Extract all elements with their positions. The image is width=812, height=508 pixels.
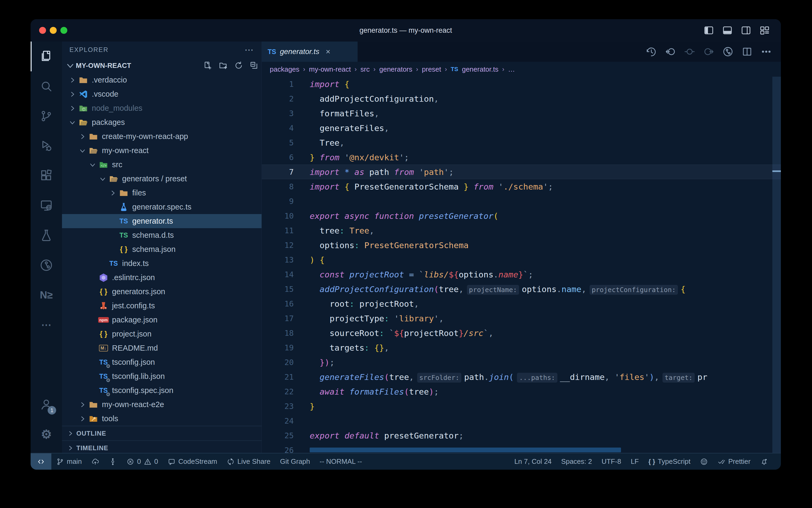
tree-item-.verdaccio[interactable]: .verdaccio xyxy=(62,73,261,87)
activity-testing-beaker[interactable] xyxy=(31,220,62,250)
activity-account[interactable]: 1 xyxy=(31,389,62,419)
close-window-button[interactable] xyxy=(39,27,46,34)
history-icon[interactable] xyxy=(646,46,657,57)
status-spaces-2[interactable]: Spaces: 2 xyxy=(556,454,597,470)
activity-run-debug[interactable] xyxy=(31,131,62,161)
tree-item-schema.d.ts[interactable]: TSschema.d.ts xyxy=(62,228,261,242)
code-editor[interactable]: 1import {2 addProjectConfiguration,3 for… xyxy=(262,77,781,453)
status-0[interactable]: 00 xyxy=(122,454,163,470)
close-tab-icon[interactable]: × xyxy=(326,47,330,56)
status-normal[interactable]: -- NORMAL -- xyxy=(315,454,367,470)
split-editor-icon[interactable] xyxy=(742,46,753,57)
status-lf[interactable]: LF xyxy=(626,454,643,470)
minimize-window-button[interactable] xyxy=(50,27,57,34)
breadcrumb-file[interactable]: generator.ts xyxy=(462,65,498,74)
status-live-share[interactable]: Live Share xyxy=(222,454,275,470)
new-folder-icon[interactable] xyxy=(219,61,228,70)
status-codestream[interactable]: CodeStream xyxy=(163,454,222,470)
status-utf-8[interactable]: UTF-8 xyxy=(597,454,626,470)
horizontal-scrollbar[interactable] xyxy=(310,448,621,452)
project-root-row[interactable]: MY-OWN-REACT xyxy=(62,58,261,73)
activity-remote-explorer[interactable] xyxy=(31,190,62,220)
activity-files[interactable] xyxy=(31,42,62,71)
line-number: 25 xyxy=(262,431,294,440)
status-remote-indicator[interactable] xyxy=(31,454,51,470)
tree-item-tsconfig.lib.json[interactable]: TS⚙tsconfig.lib.json xyxy=(62,369,261,383)
tree-item-tsconfig.json[interactable]: TS⚙tsconfig.json xyxy=(62,355,261,369)
outline-section[interactable]: OUTLINE xyxy=(62,426,261,440)
project-root-label: MY-OWN-REACT xyxy=(76,61,131,70)
breadcrumb-item[interactable]: preset xyxy=(422,65,441,74)
inlay-hint: ...paths: xyxy=(517,373,557,383)
status-prettier[interactable]: Prettier xyxy=(713,454,755,470)
tree-item-.eslintrc.json[interactable]: .eslintrc.json xyxy=(62,270,261,285)
tree-item-jest.config.ts[interactable]: jest.config.ts xyxy=(62,299,261,313)
nav-back-icon[interactable] xyxy=(665,46,676,57)
activity-search[interactable] xyxy=(31,71,62,101)
tree-item-generators-preset[interactable]: generators / preset xyxy=(62,172,261,186)
timeline-section[interactable]: TIMELINE xyxy=(62,440,261,453)
status-label: Spaces: 2 xyxy=(561,457,592,466)
nav-forward-icon[interactable] xyxy=(703,46,714,57)
tree-item-files[interactable]: files xyxy=(62,186,261,200)
tree-item-readme.md[interactable]: M↓README.md xyxy=(62,341,261,355)
vertical-scrollbar[interactable] xyxy=(772,77,781,453)
tree-item-schema.json[interactable]: { }schema.json xyxy=(62,242,261,256)
src-folder-icon: </> xyxy=(98,160,109,170)
activity-gitlens[interactable] xyxy=(31,250,62,280)
tree-item-package.json[interactable]: npmpackage.json xyxy=(62,313,261,327)
tree-item-generator.ts[interactable]: TSgenerator.ts xyxy=(62,214,261,228)
activity-nx-console[interactable]: N≥ xyxy=(31,280,62,310)
zoom-window-button[interactable] xyxy=(60,27,67,34)
breadcrumb-item[interactable]: packages xyxy=(270,65,299,74)
activity-settings-gear[interactable]: ⚙ xyxy=(31,419,62,449)
refresh-icon[interactable] xyxy=(234,61,243,70)
collapse-all-icon[interactable] xyxy=(249,61,259,70)
tree-item-my-own-react-e2e[interactable]: my-own-react-e2e xyxy=(62,397,261,412)
layout-panel-bottom-icon[interactable] xyxy=(722,25,733,36)
breadcrumb-item[interactable]: generators xyxy=(379,65,412,74)
activity-source-control[interactable] xyxy=(31,101,62,131)
layout-sidebar-right-icon[interactable] xyxy=(741,25,752,36)
layout-grid-icon[interactable] xyxy=(759,25,770,36)
status-bell-dot[interactable] xyxy=(755,454,773,470)
status-cloud-upload[interactable] xyxy=(87,454,104,470)
tab-generator-ts[interactable]: TS generator.ts × xyxy=(262,42,357,62)
tree-item-.vscode[interactable]: .vscode xyxy=(62,87,261,101)
tree-item-tools[interactable]: tools xyxy=(62,412,261,426)
line-number: 8 xyxy=(262,182,294,191)
tree-item-label: project.json xyxy=(112,330,151,338)
status-typescript[interactable]: { }TypeScript xyxy=(643,454,695,470)
tree-item-generators.json[interactable]: { }generators.json xyxy=(62,285,261,299)
tree-item-node-modules[interactable]: JSnode_modules xyxy=(62,101,261,115)
tree-item-tsconfig.spec.json[interactable]: TS⚙tsconfig.spec.json xyxy=(62,383,261,397)
breadcrumb-item[interactable]: src xyxy=(361,65,370,74)
tree-item-label: tsconfig.spec.json xyxy=(112,386,174,395)
ts-green-icon: TS xyxy=(118,230,130,241)
nav-dot-icon[interactable] xyxy=(684,46,695,57)
code-text: export async function presetGenerator( xyxy=(294,211,498,221)
status-main[interactable]: main xyxy=(51,454,87,470)
source-control-circle-icon[interactable] xyxy=(722,46,733,57)
activity-more-views[interactable]: ⋯ xyxy=(31,310,62,340)
tree-item-label: schema.json xyxy=(132,245,176,254)
new-file-icon[interactable] xyxy=(203,61,212,70)
breadcrumb-item[interactable]: my-own-react xyxy=(309,65,351,74)
tree-item-src[interactable]: </>src xyxy=(62,158,261,172)
tree-item-my-own-react[interactable]: my-own-react xyxy=(62,143,261,158)
tree-item-index.ts[interactable]: TSindex.ts xyxy=(62,256,261,270)
tree-item-project.json[interactable]: { }project.json xyxy=(62,327,261,341)
status-commit-graph[interactable] xyxy=(104,454,122,470)
explorer-more-icon[interactable]: ⋯ xyxy=(244,44,254,55)
more-horizontal-icon[interactable] xyxy=(761,46,772,57)
code-line-19: 19 targets: {}, xyxy=(262,340,781,355)
tree-item-create-my-own-react-app[interactable]: create-my-own-react-app xyxy=(62,129,261,143)
status-smiley[interactable] xyxy=(695,454,713,470)
breadcrumb-ellipsis[interactable]: … xyxy=(508,65,515,74)
status-ln-7-col-24[interactable]: Ln 7, Col 24 xyxy=(510,454,556,470)
tree-item-generator.spec.ts[interactable]: generator.spec.ts xyxy=(62,200,261,214)
status-git-graph[interactable]: Git Graph xyxy=(275,454,315,470)
tree-item-packages[interactable]: packages xyxy=(62,115,261,129)
layout-sidebar-left-icon[interactable] xyxy=(703,25,714,36)
activity-extensions[interactable] xyxy=(31,161,62,190)
